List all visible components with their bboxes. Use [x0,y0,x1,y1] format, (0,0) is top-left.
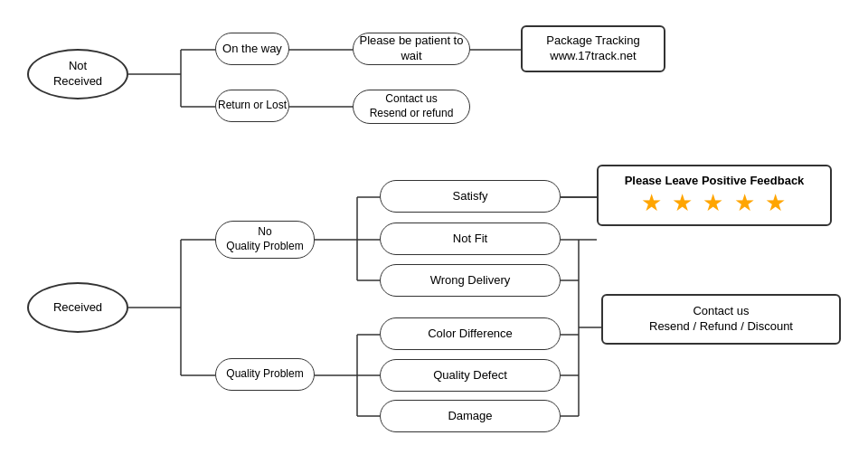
on-the-way-node: On the way [215,33,289,65]
return-lost-node: Return or Lost [215,90,289,122]
not-received-node: Not Received [27,49,128,99]
package-tracking-node: Package Tracking www.17track.net [521,25,665,72]
damage-node: Damage [380,400,561,432]
color-diff-node: Color Difference [380,317,561,350]
feedback-label: Please Leave Positive Feedback [613,174,816,187]
quality-problem-node: Quality Problem [215,358,315,391]
stars: ★ ★ ★ ★ ★ [613,189,816,217]
patient-node: Please be patient to wait [353,33,470,65]
not-fit-node: Not Fit [380,223,561,255]
no-quality-node: No Quality Problem [215,221,315,259]
feedback-box: Please Leave Positive Feedback ★ ★ ★ ★ ★ [597,165,832,226]
flowchart-diagram: Not Received On the way Please be patien… [0,0,868,464]
quality-defect-node: Quality Defect [380,359,561,392]
contact-resend2-node: Contact us Resend / Refund / Discount [601,294,841,345]
contact-resend-node: Contact us Resend or refund [353,90,470,124]
satisfy-node: Satisfy [380,180,561,213]
received-node: Received [27,282,128,333]
wrong-delivery-node: Wrong Delivery [380,264,561,297]
